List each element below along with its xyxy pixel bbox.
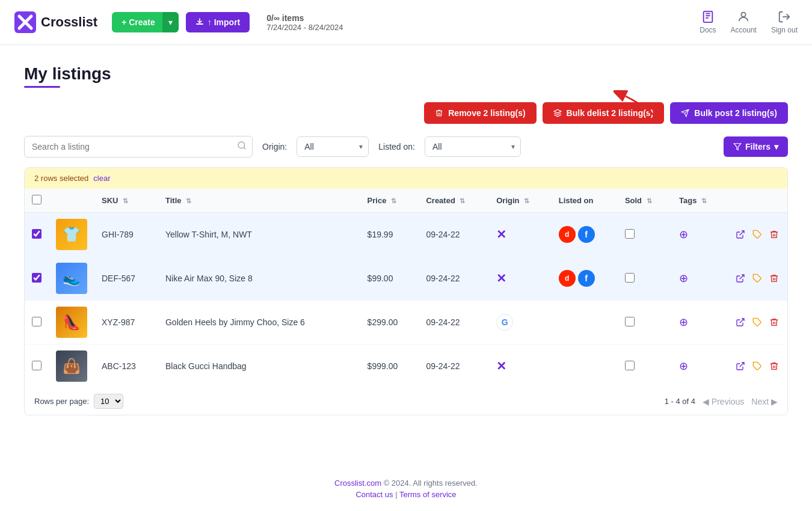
tag-icon (752, 361, 762, 371)
add-tag-icon-0[interactable]: ⊕ (679, 228, 688, 240)
cell-created: 09-24-22 (419, 301, 489, 344)
trash-icon (435, 109, 443, 117)
svg-line-20 (740, 319, 744, 323)
cell-tags: ⊕ (672, 213, 727, 257)
origin-select[interactable]: All (297, 136, 369, 157)
facebook-icon: f (578, 226, 595, 243)
account-nav[interactable]: Account (731, 10, 757, 34)
tag-button-2[interactable] (751, 316, 763, 328)
listed-on-label: Listed on: (378, 142, 415, 151)
logo[interactable]: Crosslist (14, 11, 97, 33)
create-button[interactable]: + Create (112, 12, 165, 32)
tag-icon (752, 317, 762, 327)
external-link-icon (736, 317, 745, 327)
arrow-annotation (614, 90, 668, 129)
sold-sort-icon[interactable]: ⇅ (647, 197, 652, 205)
add-tag-icon-2[interactable]: ⊕ (679, 316, 688, 328)
cell-price: $19.99 (360, 213, 419, 257)
origin-crosslist-icon: ✕ (496, 228, 506, 241)
add-tag-icon-3[interactable]: ⊕ (679, 360, 688, 372)
next-page-button[interactable]: Next ▶ (751, 397, 778, 406)
cell-price: $299.00 (360, 301, 419, 344)
depop-icon: d (559, 226, 576, 243)
external-link-button-1[interactable] (734, 272, 746, 284)
clear-selection-link[interactable]: clear (93, 174, 110, 183)
col-sku: SKU ⇅ (94, 189, 158, 213)
search-wrapper (24, 136, 253, 158)
origin-select-wrapper: All (297, 136, 369, 157)
sku-sort-icon[interactable]: ⇅ (123, 197, 128, 205)
origin-sort-icon[interactable]: ⇅ (524, 197, 529, 205)
sold-checkbox-2[interactable] (625, 317, 635, 326)
row-checkbox-2[interactable] (32, 317, 42, 326)
delete-button-3[interactable] (768, 360, 780, 372)
external-link-button-0[interactable] (734, 228, 746, 240)
cell-sku: ABC-123 (94, 344, 158, 388)
tags-sort-icon[interactable]: ⇅ (701, 197, 707, 205)
brand-link[interactable]: Crosslist.com (334, 479, 381, 488)
tag-icon (752, 230, 762, 239)
signout-icon (778, 10, 791, 23)
delete-icon (769, 361, 779, 371)
bulk-post-button[interactable]: Bulk post 2 listing(s) (670, 102, 788, 124)
page-title: My listings (24, 64, 788, 84)
created-sort-icon[interactable]: ⇅ (460, 197, 465, 205)
delist-icon (553, 109, 562, 117)
select-all-checkbox[interactable] (32, 195, 42, 204)
post-icon (681, 109, 689, 117)
docs-nav[interactable]: Docs (700, 10, 716, 34)
svg-marker-15 (734, 144, 741, 150)
tag-button-1[interactable] (751, 272, 763, 284)
cell-sku: GHI-789 (94, 213, 158, 257)
cell-actions (727, 257, 787, 301)
create-dropdown-button[interactable]: ▾ (162, 12, 179, 32)
tag-button-0[interactable] (751, 228, 763, 240)
filters-button[interactable]: Filters ▾ (724, 136, 788, 157)
cell-title: Nike Air Max 90, Size 8 (158, 257, 360, 301)
search-icon (237, 141, 247, 153)
import-button[interactable]: ↑ Import (186, 12, 250, 32)
col-tags: Tags ⇅ (672, 189, 727, 213)
cell-actions (727, 213, 787, 257)
sold-checkbox-3[interactable] (625, 361, 635, 370)
terms-link[interactable]: Terms of service (399, 490, 457, 499)
cell-origin: ✕ (489, 213, 551, 257)
cell-origin: G (489, 301, 551, 344)
col-origin: Origin ⇅ (489, 189, 551, 213)
svg-point-13 (238, 142, 245, 148)
row-checkbox-3[interactable] (32, 361, 42, 370)
external-link-button-2[interactable] (734, 316, 746, 328)
prev-page-button[interactable]: ◀ Previous (703, 397, 744, 406)
delete-button-1[interactable] (768, 272, 780, 284)
signout-nav[interactable]: Sign out (771, 10, 798, 34)
filters-row: Origin: All Listed on: All Filters ▾ (24, 136, 788, 158)
delete-button-2[interactable] (768, 316, 780, 328)
cell-actions (727, 344, 787, 388)
rows-per-page-select[interactable]: 10 25 50 (94, 394, 123, 409)
external-link-button-3[interactable] (734, 360, 746, 372)
sold-checkbox-1[interactable] (625, 273, 635, 283)
pagination-info: 1 - 4 of 4 ◀ Previous Next ▶ (665, 397, 778, 406)
add-tag-icon-1[interactable]: ⊕ (679, 272, 688, 284)
cell-sold (618, 344, 672, 388)
row-checkbox-0[interactable] (32, 229, 42, 239)
cell-price: $999.00 (360, 344, 419, 388)
price-sort-icon[interactable]: ⇅ (391, 197, 396, 205)
search-input[interactable] (24, 136, 253, 158)
cell-sold (618, 301, 672, 344)
contact-us-link[interactable]: Contact us (355, 490, 393, 499)
remove-listings-button[interactable]: Remove 2 listing(s) (424, 102, 536, 124)
cell-listed-on (552, 301, 618, 344)
cell-listed-on (552, 344, 618, 388)
row-checkbox-1[interactable] (32, 273, 42, 283)
sold-checkbox-0[interactable] (625, 229, 635, 239)
svg-rect-3 (196, 23, 203, 25)
delete-button-0[interactable] (768, 228, 780, 240)
external-link-icon (736, 274, 745, 283)
account-icon (737, 10, 750, 23)
title-sort-icon[interactable]: ⇅ (186, 197, 191, 205)
svg-point-8 (742, 13, 746, 17)
listed-on-select-wrapper: All (425, 136, 521, 157)
tag-button-3[interactable] (751, 360, 763, 372)
listed-on-select[interactable]: All (425, 136, 521, 157)
